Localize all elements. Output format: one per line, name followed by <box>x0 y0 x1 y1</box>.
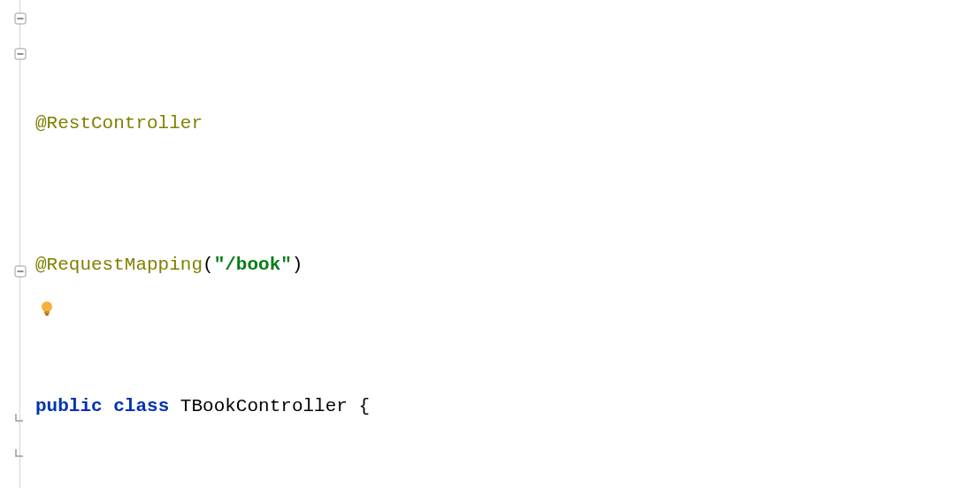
keyword: public <box>35 396 103 416</box>
keyword: class <box>113 396 169 416</box>
space <box>103 396 114 416</box>
space <box>169 396 180 416</box>
fold-end-icon[interactable] <box>14 447 27 460</box>
fold-collapse-icon[interactable] <box>14 265 27 278</box>
fold-collapse-icon[interactable] <box>14 48 27 60</box>
annotation: @RestController <box>35 113 203 133</box>
annotation: @RequestMapping <box>35 255 203 275</box>
class-name: TBookController <box>180 396 348 416</box>
brace: { <box>348 396 370 416</box>
code-line[interactable]: @RestController <box>35 106 980 141</box>
fold-end-icon[interactable] <box>14 412 27 424</box>
paren: ( <box>203 255 214 275</box>
code-line[interactable]: public class TBookController { <box>35 389 980 424</box>
code-editor[interactable]: @RestController @RequestMapping("/book")… <box>0 0 980 488</box>
string-literal: "/book" <box>214 255 292 275</box>
code-area[interactable]: @RestController @RequestMapping("/book")… <box>32 0 980 488</box>
fold-collapse-icon[interactable] <box>14 12 27 25</box>
gutter <box>0 0 32 488</box>
code-line[interactable]: @RequestMapping("/book") <box>35 248 980 283</box>
paren: ) <box>292 255 303 275</box>
